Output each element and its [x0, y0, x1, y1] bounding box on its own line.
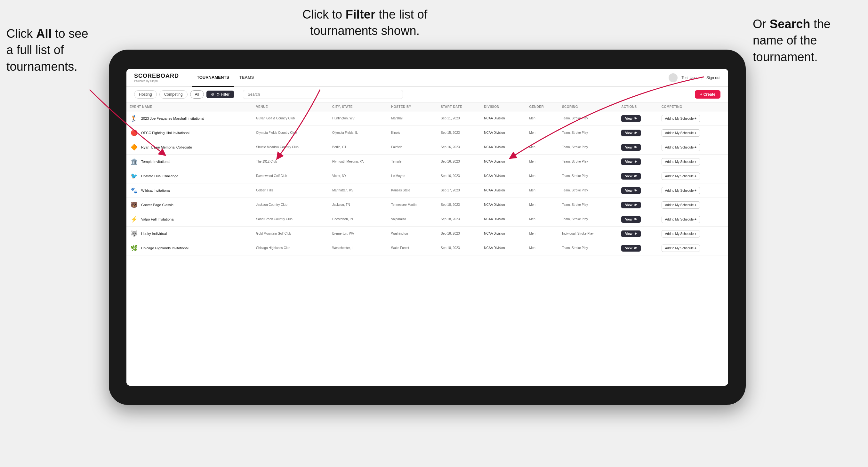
table-row: ⚡ Valpo Fall Invitational Sand Creek Cou… [126, 212, 728, 227]
competing-cell: Add to My Schedule [658, 169, 728, 183]
add-to-schedule-button[interactable]: Add to My Schedule [661, 216, 700, 223]
add-to-schedule-button[interactable]: Add to My Schedule [661, 230, 700, 238]
tablet-screen: SCOREBOARD Powered by clippd TOURNAMENTS… [126, 69, 728, 386]
add-to-schedule-button[interactable]: Add to My Schedule [661, 201, 700, 209]
team-logo: 🔴 [130, 128, 138, 137]
add-to-schedule-button[interactable]: Add to My Schedule [661, 158, 700, 165]
tablet-frame: SCOREBOARD Powered by clippd TOURNAMENTS… [109, 50, 746, 405]
annotation-topright: Or Search thename of thetournament. [753, 16, 859, 65]
division-cell: NCAA Division I [481, 241, 526, 255]
hosted-by-cell: Tennessee-Martin [388, 198, 437, 212]
city-state-cell: Olympia Fields, IL [329, 126, 388, 140]
event-name-cell: 🔶 Ryan T. Lee Memorial Collegiate [126, 140, 253, 155]
table-header-row: EVENT NAME VENUE CITY, STATE HOSTED BY S… [126, 102, 728, 112]
search-input[interactable] [243, 90, 403, 99]
tournaments-table: EVENT NAME VENUE CITY, STATE HOSTED BY S… [126, 102, 728, 255]
view-button[interactable]: View 👁 [621, 201, 641, 208]
view-button[interactable]: View 👁 [621, 158, 641, 165]
start-date-cell: Sep 17, 2023 [437, 183, 481, 198]
competing-tab[interactable]: Competing [159, 90, 188, 99]
event-name-cell: 🔴 OFCC Fighting Illini Invitational [126, 126, 253, 140]
competing-cell: Add to My Schedule [658, 241, 728, 255]
event-name-cell: 🌿 Chicago Highlands Invitational [126, 241, 253, 255]
view-button[interactable]: View 👁 [621, 187, 641, 194]
eye-icon: 👁 [634, 232, 637, 236]
hosted-by-cell: Valparaiso [388, 212, 437, 227]
hosted-by-cell: Washington [388, 227, 437, 241]
start-date-cell: Sep 18, 2023 [437, 198, 481, 212]
city-state-cell: Plymouth Meeting, PA [329, 155, 388, 169]
competing-cell: Add to My Schedule [658, 212, 728, 227]
filter-label: ⚙ Filter [216, 92, 229, 97]
annotation-topcenter: Click to Filter the list oftournaments s… [262, 6, 467, 39]
table-row: 🐾 Wildcat Invitational Colbert Hills Man… [126, 183, 728, 198]
add-to-schedule-button[interactable]: Add to My Schedule [661, 245, 700, 252]
gender-cell: Men [526, 169, 558, 183]
gender-cell: Men [526, 241, 558, 255]
gender-cell: Men [526, 155, 558, 169]
add-to-schedule-button[interactable]: Add to My Schedule [661, 187, 700, 194]
competing-cell: Add to My Schedule [658, 140, 728, 155]
view-button[interactable]: View 👁 [621, 230, 641, 237]
top-nav: SCOREBOARD Powered by clippd TOURNAMENTS… [126, 69, 728, 87]
view-button[interactable]: View 👁 [621, 245, 641, 252]
event-name-cell: ⚡ Valpo Fall Invitational [126, 212, 253, 227]
actions-cell: View 👁 [618, 140, 658, 155]
all-tab[interactable]: All [190, 90, 204, 99]
team-logo: 🌿 [130, 244, 138, 253]
actions-cell: View 👁 [618, 112, 658, 126]
table-row: 🏛️ Temple Invitational The 1912 Club Ply… [126, 155, 728, 169]
division-cell: NCAA Division I [481, 198, 526, 212]
col-division: DIVISION [481, 102, 526, 112]
division-cell: NCAA Division I [481, 227, 526, 241]
add-to-schedule-button[interactable]: Add to My Schedule [661, 115, 700, 122]
venue-cell: Colbert Hills [253, 183, 329, 198]
col-venue: VENUE [253, 102, 329, 112]
eye-icon: 👁 [634, 117, 637, 120]
logo-sub: Powered by clippd [134, 80, 179, 83]
add-to-schedule-button[interactable]: Add to My Schedule [661, 129, 700, 137]
division-cell: NCAA Division I [481, 183, 526, 198]
venue-cell: The 1912 Club [253, 155, 329, 169]
team-logo: 🐺 [130, 229, 138, 238]
eye-icon: 👁 [634, 189, 637, 192]
event-name: Grover Page Classic [141, 203, 174, 207]
view-button[interactable]: View 👁 [621, 115, 641, 122]
event-name: Chicago Highlands Invitational [141, 246, 188, 250]
tab-tournaments[interactable]: TOURNAMENTS [192, 69, 234, 87]
create-button[interactable]: + Create [695, 90, 720, 99]
hosted-by-cell: Temple [388, 155, 437, 169]
actions-cell: View 👁 [618, 183, 658, 198]
col-gender: GENDER [526, 102, 558, 112]
venue-cell: Shuttle Meadow Country Club [253, 140, 329, 155]
tab-teams[interactable]: TEAMS [234, 69, 259, 87]
logo-text: SCOREBOARD [134, 73, 179, 80]
venue-cell: Gold Mountain Golf Club [253, 227, 329, 241]
event-name: Temple Invitational [141, 160, 170, 163]
view-button[interactable]: View 👁 [621, 173, 641, 180]
team-logo: 🔶 [130, 143, 138, 152]
gender-cell: Men [526, 140, 558, 155]
start-date-cell: Sep 16, 2023 [437, 155, 481, 169]
view-button[interactable]: View 👁 [621, 216, 641, 223]
team-logo: 🏌️ [130, 114, 138, 123]
scoring-cell: Team, Stroke Play [559, 155, 618, 169]
view-button[interactable]: View 👁 [621, 144, 641, 151]
user-name: Test User [681, 75, 698, 80]
hosted-by-cell: Le Moyne [388, 169, 437, 183]
sign-out-link[interactable]: Sign out [706, 75, 720, 80]
venue-cell: Olympia Fields Country Club [253, 126, 329, 140]
event-name: Wildcat Invitational [141, 189, 170, 192]
city-state-cell: Chesterton, IN [329, 212, 388, 227]
actions-cell: View 👁 [618, 212, 658, 227]
gender-cell: Men [526, 198, 558, 212]
filter-button[interactable]: ⚙ ⚙ Filter [207, 91, 234, 98]
gender-cell: Men [526, 126, 558, 140]
scoring-cell: Team, Stroke Play [559, 126, 618, 140]
add-to-schedule-button[interactable]: Add to My Schedule [661, 144, 700, 151]
view-button[interactable]: View 👁 [621, 130, 641, 136]
col-event-name: EVENT NAME [126, 102, 253, 112]
add-to-schedule-button[interactable]: Add to My Schedule [661, 173, 700, 180]
hosting-tab[interactable]: Hosting [134, 90, 157, 99]
table-row: 🔴 OFCC Fighting Illini Invitational Olym… [126, 126, 728, 140]
